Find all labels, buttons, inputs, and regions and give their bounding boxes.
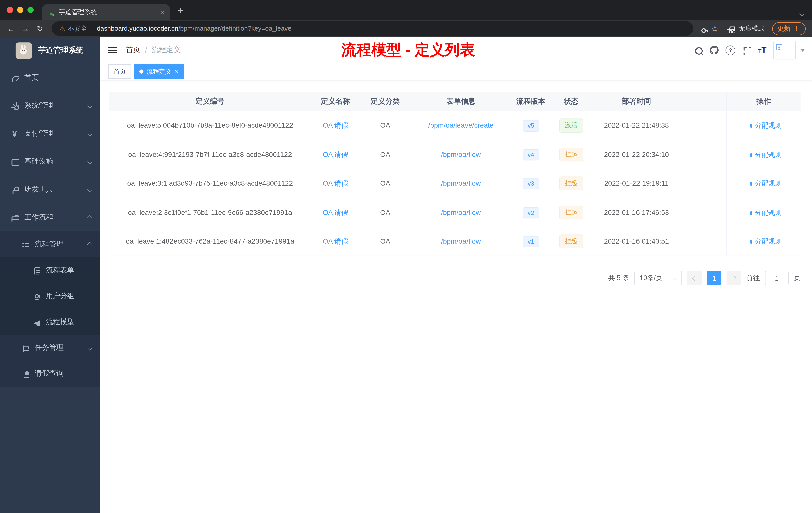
minimize-window-button[interactable]: [17, 7, 23, 13]
fullscreen-icon[interactable]: [742, 46, 752, 55]
gear-icon: [10, 101, 19, 110]
sidebar-item-leave-query[interactable]: 请假查询: [0, 361, 100, 387]
version-badge: v5: [522, 120, 539, 131]
person-icon: [21, 370, 29, 378]
sidebar-item-home[interactable]: 首页: [0, 64, 100, 92]
tags-view: 首页 流程定义 ×: [100, 63, 812, 80]
version-badge: v1: [522, 236, 539, 247]
sidebar-item-label: 支付管理: [24, 129, 82, 138]
person-icon: [746, 209, 752, 216]
breadcrumb-current: 流程定义: [152, 46, 181, 55]
tag-close-icon[interactable]: ×: [174, 68, 178, 75]
form-link[interactable]: /bpm/oa/leave/create: [428, 122, 494, 129]
sidebar-item-payment[interactable]: ¥ 支付管理: [0, 119, 100, 147]
logo-avatar: [16, 42, 32, 59]
tag-process-definition[interactable]: 流程定义 ×: [134, 64, 183, 79]
sidebar-logo[interactable]: 芋道管理系统: [0, 37, 100, 64]
github-icon[interactable]: [709, 46, 719, 55]
chrome-update-button[interactable]: 更新 ⋮: [772, 22, 806, 35]
reload-button[interactable]: ↻: [34, 24, 46, 33]
status-badge: 挂起: [559, 234, 583, 248]
sidebar-collapse-icon[interactable]: [108, 47, 117, 54]
back-button[interactable]: ←: [5, 24, 17, 33]
column-header: 流程版本: [512, 97, 550, 106]
sidebar-item-workflow[interactable]: 工作流程: [0, 204, 100, 232]
sidebar-item-system[interactable]: 系统管理: [0, 92, 100, 119]
tag-label: 首页: [114, 67, 126, 76]
next-page-button[interactable]: [727, 271, 741, 285]
person-icon: [746, 122, 752, 129]
sidebar-item-user-group[interactable]: 用户分组: [0, 283, 100, 309]
sidebar-item-label: 用户分组: [46, 292, 92, 301]
definition-name-link[interactable]: OA 请假: [323, 179, 348, 187]
chevron-right-icon: [731, 275, 736, 280]
incognito-spy-icon: [726, 24, 735, 33]
definition-name-link[interactable]: OA 请假: [323, 150, 348, 158]
person-icon: [746, 180, 752, 187]
tag-home[interactable]: 首页: [108, 64, 131, 79]
sidebar-item-label: 首页: [24, 73, 92, 82]
current-page-button[interactable]: 1: [707, 271, 721, 285]
assign-rule-link[interactable]: 分配规则: [746, 150, 782, 159]
tab-search-icon[interactable]: [800, 8, 804, 18]
briefcase-icon: [10, 213, 19, 221]
pagination: 共 5 条 10条/页 1 前往 页: [109, 271, 801, 285]
security-warning-icon: ⚠: [59, 25, 65, 32]
sidebar-item-process-form[interactable]: 流程表单: [0, 257, 100, 283]
avatar-caret-icon[interactable]: [801, 49, 805, 52]
maximize-window-button[interactable]: [27, 7, 34, 13]
forward-button[interactable]: →: [20, 24, 31, 33]
prev-page-button[interactable]: [687, 271, 702, 285]
search-icon[interactable]: [694, 46, 703, 55]
bookmark-star-icon[interactable]: ☆: [711, 24, 719, 33]
sidebar-item-infrastructure[interactable]: 基础设施: [0, 148, 100, 175]
version-badge: v3: [522, 178, 539, 189]
user-avatar[interactable]: [773, 41, 796, 59]
security-label[interactable]: 不安全: [67, 24, 87, 33]
status-badge: 挂起: [559, 206, 583, 220]
form-link[interactable]: /bpm/oa/flow: [441, 238, 481, 245]
definition-name-link[interactable]: OA 请假: [323, 237, 348, 245]
breadcrumb: 首页 / 流程定义: [126, 46, 180, 55]
assign-rule-label: 分配规则: [755, 150, 782, 159]
assign-rule-link[interactable]: 分配规则: [746, 237, 782, 246]
new-tab-button[interactable]: +: [177, 5, 183, 17]
sidebar-item-dev-tools[interactable]: 研发工具: [0, 175, 100, 203]
sidebar-item-process-model[interactable]: 流程模型: [0, 309, 100, 335]
address-bar[interactable]: ⚠ 不安全 dashboard.yudao.iocoder.cn/bpm/man…: [52, 21, 694, 36]
flag-icon: [21, 344, 29, 352]
help-icon[interactable]: ?: [726, 45, 735, 55]
navbar-actions: ? TT: [694, 41, 805, 59]
definition-name-link[interactable]: OA 请假: [323, 121, 348, 129]
breadcrumb-home[interactable]: 首页: [126, 46, 140, 55]
app-window: 芋道管理系统 首页 系统管理 ¥ 支付管理 基础设施: [0, 37, 812, 513]
definition-id: oa_leave:4:991f2193-7b7f-11ec-a3c8-acde4…: [109, 151, 311, 158]
incognito-badge: 无痕模式: [726, 24, 765, 33]
font-size-icon[interactable]: TT: [758, 46, 766, 55]
form-link[interactable]: /bpm/oa/flow: [441, 151, 481, 158]
definition-name-link[interactable]: OA 请假: [323, 208, 348, 216]
assign-rule-link[interactable]: 分配规则: [746, 121, 782, 130]
dashboard-icon: [10, 73, 19, 82]
page-size-select[interactable]: 10条/页: [635, 271, 682, 285]
form-link[interactable]: /bpm/oa/flow: [441, 180, 481, 187]
browser-tab[interactable]: 芋道管理系统 ×: [42, 4, 171, 20]
assign-rule-link[interactable]: 分配规则: [746, 208, 782, 217]
browser-menu-icon[interactable]: ⋮: [794, 25, 800, 32]
assign-rule-label: 分配规则: [755, 237, 782, 246]
sidebar-item-process-management[interactable]: 流程管理: [0, 232, 100, 257]
tab-close-icon[interactable]: ×: [161, 7, 165, 16]
page-area: 首页 / 流程定义 流程模型 - 定义列表 ? TT 首页: [100, 37, 812, 513]
assign-rule-link[interactable]: 分配规则: [746, 179, 782, 188]
form-link[interactable]: /bpm/oa/flow: [441, 209, 481, 216]
key-icon[interactable]: [700, 24, 708, 33]
close-window-button[interactable]: [7, 7, 13, 13]
definition-id: oa_leave:3:1fad3d93-7b75-11ec-a3c8-acde4…: [109, 180, 311, 187]
sidebar-item-label: 任务管理: [35, 343, 82, 352]
goto-page-input[interactable]: [765, 271, 789, 285]
chevron-down-icon: [87, 345, 92, 350]
sidebar-item-task-management[interactable]: 任务管理: [0, 335, 100, 361]
person-icon: [746, 151, 752, 158]
sidebar-item-label: 流程表单: [46, 266, 92, 275]
tab-title: 芋道管理系统: [58, 7, 156, 16]
